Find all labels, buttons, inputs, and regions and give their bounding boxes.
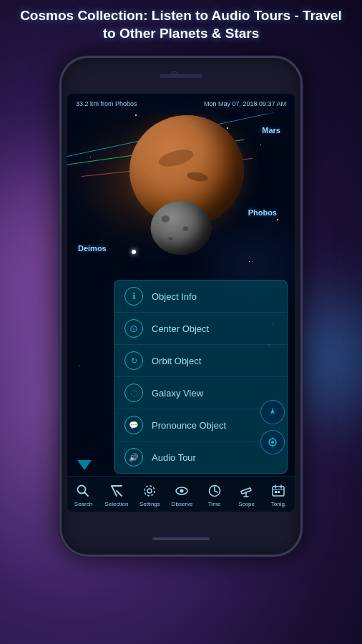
menu-label-galaxy-view: Galaxy View [152,388,203,399]
svg-point-2 [271,441,274,444]
search-label: Search [74,501,92,507]
status-bar: 33.2 km from Phobos Mon May 07, 2018 09:… [67,94,295,114]
clock-icon [205,482,224,500]
deimos-dot [132,250,136,254]
svg-point-5 [78,485,86,493]
right-buttons [260,400,285,454]
time-button[interactable]: Time [201,480,228,509]
menu-label-object-info: Object Info [152,291,197,302]
space-background: 33.2 km from Phobos Mon May 07, 2018 09:… [67,94,295,512]
svg-point-10 [147,489,152,493]
tonight-label: Tonig. [271,501,286,507]
phobos-moon [151,201,212,255]
eye-icon [172,482,191,500]
navigate-button[interactable] [260,400,285,424]
settings-button[interactable]: Settings [136,480,163,509]
gear-icon [140,482,159,500]
chevron-down-icon [77,460,92,470]
info-icon: ℹ [124,287,143,306]
telescope-icon [237,482,255,500]
svg-point-13 [180,489,184,492]
svg-marker-0 [270,408,275,414]
bottom-indicator [77,460,92,470]
settings-label: Settings [140,501,160,507]
selection-button[interactable]: Selection [102,480,131,509]
menu-label-pronounce-object: Pronounce Object [152,420,226,431]
mars-detail-2 [186,170,209,182]
galaxy-icon: ◌ [124,384,143,402]
observe-label: Observe [171,501,192,507]
menu-label-center-object: Center Object [152,323,209,334]
phone-speaker [160,74,202,78]
distance-label: 33.2 km from Phobos [76,100,137,107]
calendar-icon [269,482,288,500]
menu-item-orbit-object[interactable]: ↻ Orbit Object [114,345,287,377]
time-label: Time [208,501,220,507]
tonight-button[interactable]: Tonig. [265,480,292,509]
mars-detail-1 [157,147,195,170]
menu-label-audio-tour: Audio Tour [152,452,196,463]
pronounce-icon: 💬 [124,416,143,434]
observe-button[interactable]: Observe [168,480,195,509]
phobos-label: Phobos [248,208,277,217]
app-title: Cosmos Collection: Listen to Audio Tours… [0,7,362,42]
audio-icon: 🔊 [124,448,143,467]
selection-label: Selection [104,501,128,507]
bottom-nav: Search Selection [67,476,295,512]
orbit-icon: ↻ [124,351,143,370]
svg-line-6 [85,492,89,496]
menu-item-center-object[interactable]: ⊙ Center Object [114,313,287,345]
phone-home-bar [152,537,210,540]
phone-screen: 33.2 km from Phobos Mon May 07, 2018 09:… [67,94,295,512]
svg-line-9 [117,491,122,496]
svg-rect-24 [275,491,277,493]
menu-label-orbit-object: Orbit Object [152,356,201,366]
svg-line-16 [215,491,217,492]
target-button[interactable] [260,430,285,454]
center-icon: ⊙ [124,319,143,338]
search-icon [74,482,92,500]
menu-item-object-info[interactable]: ℹ Object Info [114,280,287,313]
selection-icon [107,482,126,500]
svg-line-7 [112,486,117,496]
phone-frame: 33.2 km from Phobos Mon May 07, 2018 09:… [59,56,303,557]
mars-label: Mars [262,126,280,135]
search-button[interactable]: Search [69,480,97,509]
scope-label: Scope [238,501,255,507]
datetime-label: Mon May 07, 2018 09:37 AM [204,100,286,107]
scope-button[interactable]: Scope [233,480,260,509]
svg-rect-25 [278,491,280,493]
svg-point-11 [145,486,155,496]
deimos-label: Deimos [78,244,107,253]
